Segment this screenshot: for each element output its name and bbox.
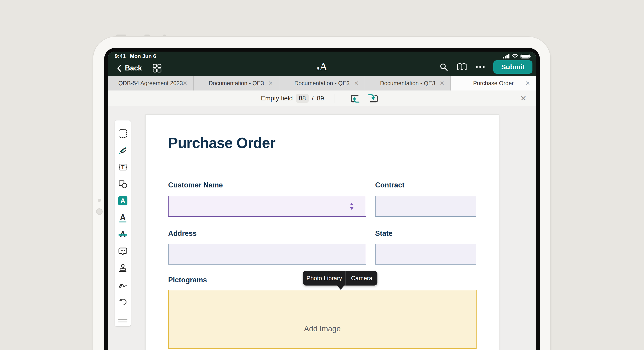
- tool-underline[interactable]: A: [118, 213, 128, 222]
- cellular-signal-icon: [503, 54, 510, 59]
- page-title: Purchase Order: [168, 134, 275, 151]
- popover-tail: [337, 285, 344, 290]
- app-header: 9:41 Mon Jun 6: [108, 52, 536, 76]
- tab-documentation-qe3-2[interactable]: Documentation - QE3 ✕: [279, 76, 365, 90]
- state-input[interactable]: [375, 244, 476, 265]
- toolbar-drag-handle[interactable]: [118, 319, 128, 323]
- ipad-device-frame: 9:41 Mon Jun 6: [93, 37, 550, 350]
- close-tab-icon[interactable]: ✕: [354, 80, 359, 86]
- tool-text-box[interactable]: T: [118, 162, 128, 172]
- more-options-button[interactable]: [476, 66, 485, 68]
- app-screen: 9:41 Mon Jun 6: [108, 52, 536, 350]
- comment-icon: [118, 246, 128, 256]
- wifi-icon: [512, 54, 518, 59]
- grid-view-button[interactable]: [152, 64, 162, 73]
- current-field-badge: 88: [296, 94, 309, 103]
- pen-icon: [118, 145, 128, 155]
- text-box-icon: T: [118, 162, 128, 172]
- tab-documentation-qe3-1[interactable]: Documentation - QE3 ✕: [194, 76, 280, 90]
- tool-strikethrough[interactable]: A: [118, 230, 128, 239]
- address-label: Address: [168, 229, 197, 238]
- annotation-toolbar: T A A A: [115, 120, 131, 326]
- jump-next-field-icon: [368, 93, 380, 104]
- toolbar-divider: [334, 94, 334, 103]
- marquee-select-icon: [119, 129, 127, 138]
- submit-button[interactable]: Submit: [493, 60, 532, 74]
- search-icon: [439, 62, 448, 72]
- grid-icon: [152, 64, 162, 73]
- document-tab-bar: QDB-54 Agreement 2023 ✕ Documentation - …: [108, 76, 536, 90]
- tab-label: QDB-54 Agreement 2023: [118, 80, 183, 87]
- field-count-separator: /: [312, 95, 314, 102]
- back-button[interactable]: Back: [116, 64, 142, 72]
- contract-label: Contract: [375, 181, 404, 189]
- ellipsis-icon: [476, 66, 485, 68]
- pictograms-image-field[interactable]: Add Image: [168, 290, 476, 349]
- close-field-toolbar-button[interactable]: ✕: [520, 95, 526, 102]
- state-label: State: [375, 229, 392, 238]
- tool-stamp[interactable]: [118, 263, 128, 273]
- device-bezel: 9:41 Mon Jun 6: [104, 48, 540, 350]
- tool-highlight[interactable]: A: [118, 196, 128, 206]
- close-tab-icon[interactable]: ✕: [182, 80, 188, 86]
- underline-icon: A: [120, 214, 126, 222]
- tool-undo[interactable]: [118, 297, 128, 306]
- chevron-left-icon: [116, 64, 122, 72]
- front-camera-dot: [98, 199, 101, 202]
- tool-comment[interactable]: [118, 246, 128, 256]
- highlight-icon: A: [118, 196, 128, 205]
- jump-previous-field-icon: [348, 93, 360, 104]
- undo-icon: [118, 297, 128, 306]
- close-tab-icon[interactable]: ✕: [525, 80, 530, 86]
- dropdown-arrows-icon: [349, 202, 355, 210]
- book-icon: [456, 63, 467, 71]
- title-divider: [170, 168, 476, 168]
- address-input[interactable]: [168, 244, 366, 265]
- tab-purchase-order[interactable]: Purchase Order ✕: [450, 76, 536, 90]
- total-fields-count: 89: [317, 95, 324, 102]
- empty-field-label: Empty field: [261, 95, 293, 102]
- tab-qdb-54-agreement[interactable]: QDB-54 Agreement 2023 ✕: [108, 76, 194, 90]
- tool-signature[interactable]: [118, 280, 128, 290]
- status-time: 9:41: [115, 53, 126, 59]
- signature-icon: [118, 280, 128, 290]
- shapes-icon: [118, 179, 128, 189]
- tab-label: Documentation - QE3: [208, 80, 264, 87]
- tool-marquee-select[interactable]: [118, 129, 128, 138]
- empty-field-toolbar: Empty field 88 / 89: [108, 90, 536, 106]
- camera-button[interactable]: Camera: [346, 271, 378, 285]
- tab-label: Documentation - QE3: [380, 80, 435, 87]
- reader-button[interactable]: [456, 63, 467, 71]
- status-icons: [503, 54, 530, 59]
- previous-empty-field-button[interactable]: [348, 93, 360, 104]
- image-source-popover: Photo Library Camera: [303, 271, 378, 285]
- tool-pen[interactable]: [118, 145, 128, 155]
- add-image-placeholder: Add Image: [169, 324, 476, 333]
- photo-library-button[interactable]: Photo Library: [303, 271, 346, 285]
- battery-icon: [520, 54, 530, 59]
- back-label: Back: [125, 64, 142, 72]
- close-tab-icon[interactable]: ✕: [440, 80, 444, 86]
- pictograms-label: Pictograms: [168, 276, 207, 284]
- customer-name-dropdown[interactable]: [168, 196, 366, 217]
- contract-input[interactable]: [375, 196, 476, 217]
- document-viewport: T A A A: [108, 106, 536, 350]
- desktop-background: 9:41 Mon Jun 6: [0, 0, 644, 350]
- tab-documentation-qe3-3[interactable]: Documentation - QE3 ✕: [365, 76, 451, 90]
- pdf-page: Purchase Order Customer Name Contract Ad…: [145, 114, 499, 350]
- stamp-icon: [118, 263, 128, 273]
- tab-label: Documentation - QE3: [294, 80, 350, 87]
- svg-text:T: T: [121, 164, 125, 170]
- tool-shapes[interactable]: [118, 179, 128, 189]
- next-empty-field-button[interactable]: [368, 93, 380, 104]
- tab-label: Purchase Order: [473, 80, 514, 87]
- close-tab-icon[interactable]: ✕: [268, 80, 273, 86]
- status-date: Mon Jun 6: [130, 53, 156, 59]
- search-button[interactable]: [439, 62, 448, 72]
- front-camera: [96, 208, 102, 215]
- customer-name-label: Customer Name: [168, 181, 223, 189]
